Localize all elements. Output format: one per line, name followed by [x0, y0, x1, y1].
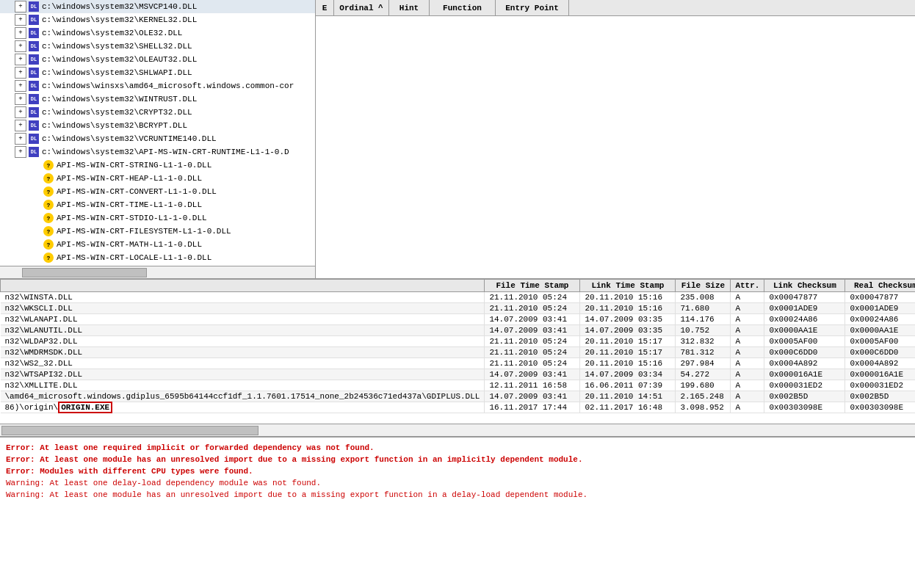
- table-row[interactable]: \amd64_microsoft.windows.gdiplus_6595b64…: [1, 391, 916, 402]
- tree-item[interactable]: ?API-MS-WIN-CRT-STRING-L1-1-0.DLL: [0, 159, 315, 172]
- tree-scrollbar-h[interactable]: [0, 266, 315, 278]
- table-wrapper[interactable]: File Time StampLink Time StampFile SizeA…: [0, 279, 915, 422]
- tree-expander-icon[interactable]: +: [15, 80, 26, 92]
- tree-item-label: c:\windows\system32\MSVCP140.DLL: [42, 2, 197, 11]
- table-row[interactable]: n32\WINSTA.DLL21.11.2010 05:2420.11.2010…: [1, 292, 916, 303]
- table-row[interactable]: n32\WMDRMSDK.DLL21.11.2010 05:2420.11.20…: [1, 347, 916, 358]
- cell-fileSize: 3.098.952: [676, 402, 731, 413]
- dll-icon: DL: [28, 133, 40, 145]
- col-header-realChecksum[interactable]: Real Checksum: [845, 280, 915, 292]
- tree-expander-icon[interactable]: +: [15, 93, 26, 105]
- tree-item[interactable]: +DLc:\windows\system32\SHLWAPI.DLL: [0, 66, 315, 79]
- scrollbar-thumb[interactable]: [22, 268, 147, 277]
- cell-attr: A: [731, 380, 764, 391]
- tree-item-label: c:\windows\system32\OLE32.DLL: [42, 29, 182, 37]
- table-row[interactable]: n32\WKSCLI.DLL21.11.2010 05:2420.11.2010…: [1, 303, 916, 314]
- cell-fileSize: 10.752: [676, 325, 731, 336]
- cell-linkChecksum: 0x0000AA1E: [764, 325, 845, 336]
- tree-item[interactable]: +DLc:\windows\system32\VCRUNTIME140.DLL: [0, 132, 315, 145]
- table-row[interactable]: 86)\origin\ORIGIN.EXE16.11.2017 17:4402.…: [1, 402, 916, 413]
- table-row[interactable]: n32\WS2_32.DLL21.11.2010 05:2420.11.2010…: [1, 358, 916, 369]
- dll-icon: DL: [28, 106, 40, 118]
- cell-fileSize: 199.680: [676, 380, 731, 391]
- cell-linkChecksum: 0x00047877: [764, 292, 845, 303]
- import-col-e[interactable]: E: [316, 0, 334, 15]
- import-panel: EOrdinal ^HintFunctionEntry Point: [316, 0, 915, 279]
- tree-expander-icon[interactable]: +: [15, 120, 26, 131]
- col-header-fileTimeStamp[interactable]: File Time Stamp: [485, 280, 580, 292]
- import-col-ordinal[interactable]: Ordinal ^: [334, 0, 389, 15]
- error-text: Error: At least one module has an unreso…: [6, 455, 583, 464]
- col-header-attr[interactable]: Attr.: [731, 280, 764, 292]
- tree-item-label: c:\windows\winsxs\amd64_microsoft.window…: [42, 81, 294, 90]
- tree-item[interactable]: ?API-MS-WIN-CRT-STDIO-L1-1-0.DLL: [0, 211, 315, 225]
- tree-expander-icon[interactable]: +: [15, 40, 26, 52]
- cell-linkChecksum: 0x0001ADE9: [764, 303, 845, 314]
- tree-expander-icon[interactable]: +: [15, 1, 26, 12]
- tree-expander-icon[interactable]: +: [15, 27, 26, 39]
- tree-expander-icon[interactable]: +: [15, 133, 26, 145]
- import-col-entryPoint[interactable]: Entry Point: [496, 0, 569, 15]
- tree-item[interactable]: +DLc:\windows\system32\WINTRUST.DLL: [0, 92, 315, 106]
- table-row[interactable]: n32\WLDAP32.DLL21.11.2010 05:2420.11.201…: [1, 336, 916, 347]
- tree-item-label: API-MS-WIN-CRT-LOCALE-L1-1-0.DLL: [57, 253, 211, 262]
- tree-item[interactable]: +DLc:\windows\system32\KERNEL32.DLL: [0, 13, 315, 26]
- cell-linkTimeStamp: 14.07.2009 03:35: [580, 314, 676, 325]
- tree-item[interactable]: +DLc:\windows\system32\SHELL32.DLL: [0, 40, 315, 53]
- tree-expander-icon[interactable]: +: [15, 146, 26, 158]
- cell-name: n32\XMLLITE.DLL: [1, 380, 485, 391]
- cell-linkTimeStamp: 14.07.2009 03:34: [580, 369, 676, 380]
- cell-fileTimeStamp: 12.11.2011 16:58: [485, 380, 580, 391]
- warning-icon: ?: [43, 252, 54, 264]
- tree-item[interactable]: +DLc:\windows\system32\OLE32.DLL: [0, 26, 315, 40]
- tree-expander-icon[interactable]: +: [15, 106, 26, 118]
- cell-fileSize: 297.984: [676, 358, 731, 369]
- table-row[interactable]: n32\WTSAPI32.DLL14.07.2009 03:4114.07.20…: [1, 369, 916, 380]
- tree-expander-icon[interactable]: +: [15, 54, 26, 65]
- cell-name: n32\WLANAPI.DLL: [1, 314, 485, 325]
- tree-item[interactable]: +DLc:\windows\system32\API-MS-WIN-CRT-RU…: [0, 145, 315, 159]
- tree-item-label: c:\windows\system32\CRYPT32.DLL: [42, 108, 192, 117]
- dll-icon: DL: [28, 120, 40, 131]
- tree-item[interactable]: ?API-MS-WIN-CRT-LOCALE-L1-1-0.DLL: [0, 251, 315, 264]
- col-header-linkTimeStamp[interactable]: Link Time Stamp: [580, 280, 676, 292]
- tree-item[interactable]: ?API-MS-WIN-CRT-TIME-L1-1-0.DLL: [0, 198, 315, 211]
- tree-expander-icon[interactable]: +: [15, 14, 26, 26]
- cell-linkTimeStamp: 20.11.2010 15:17: [580, 347, 676, 358]
- col-header-fileSize[interactable]: File Size: [676, 280, 731, 292]
- tree-item[interactable]: ?API-MS-WIN-CRT-HEAP-L1-1-0.DLL: [0, 172, 315, 185]
- tree-item[interactable]: +DLc:\windows\system32\OLEAUT32.DLL: [0, 53, 315, 66]
- col-header-linkChecksum[interactable]: Link Checksum: [764, 280, 845, 292]
- error-text: Error: At least one required implicit or…: [6, 443, 375, 452]
- bottom-scrollbar[interactable]: [0, 424, 915, 436]
- tree-container[interactable]: +DLc:\windows\system32\MSVCP140.DLL+DLc:…: [0, 0, 315, 264]
- dll-icon: DL: [28, 93, 40, 105]
- cell-realChecksum: 0x0005AF00: [845, 336, 915, 347]
- tree-item-label: c:\windows\system32\WINTRUST.DLL: [42, 95, 197, 104]
- import-col-hint[interactable]: Hint: [389, 0, 430, 15]
- tree-item[interactable]: +DLc:\windows\system32\BCRYPT.DLL: [0, 119, 315, 132]
- cell-name: n32\WLDAP32.DLL: [1, 336, 485, 347]
- tree-item[interactable]: +DLc:\windows\system32\CRYPT32.DLL: [0, 106, 315, 119]
- table-row[interactable]: n32\WLANAPI.DLL14.07.2009 03:4114.07.200…: [1, 314, 916, 325]
- cell-attr: A: [731, 391, 764, 402]
- tree-item[interactable]: +DLc:\windows\winsxs\amd64_microsoft.win…: [0, 79, 315, 92]
- col-header-name[interactable]: [1, 280, 485, 292]
- cell-fileTimeStamp: 21.11.2010 05:24: [485, 347, 580, 358]
- cell-linkTimeStamp: 16.06.2011 07:39: [580, 380, 676, 391]
- tree-item[interactable]: ?API-MS-WIN-CRT-CONVERT-L1-1-0.DLL: [0, 185, 315, 198]
- tree-item[interactable]: ?API-MS-WIN-CRT-FILESYSTEM-L1-1-0.DLL: [0, 225, 315, 238]
- table-row[interactable]: n32\WLANUTIL.DLL14.07.2009 03:4114.07.20…: [1, 325, 916, 336]
- import-col-function[interactable]: Function: [430, 0, 496, 15]
- tree-item[interactable]: +DLc:\windows\system32\MSVCP140.DLL: [0, 0, 315, 13]
- scrollbar-bottom-thumb[interactable]: [1, 426, 258, 435]
- cell-name: \amd64_microsoft.windows.gdiplus_6595b64…: [1, 391, 485, 402]
- cell-fileTimeStamp: 21.11.2010 05:24: [485, 303, 580, 314]
- tree-item[interactable]: ?API-MS-WIN-CRT-MATH-L1-1-0.DLL: [0, 238, 315, 251]
- dll-icon: DL: [28, 80, 40, 92]
- tree-expander-icon[interactable]: +: [15, 67, 26, 79]
- tree-item-label: API-MS-WIN-CRT-CONVERT-L1-1-0.DLL: [57, 187, 217, 196]
- error-text: Error: Modules with different CPU types …: [6, 467, 253, 476]
- cell-realChecksum: 0x000031ED2: [845, 380, 915, 391]
- table-row[interactable]: n32\XMLLITE.DLL12.11.2011 16:5816.06.201…: [1, 380, 916, 391]
